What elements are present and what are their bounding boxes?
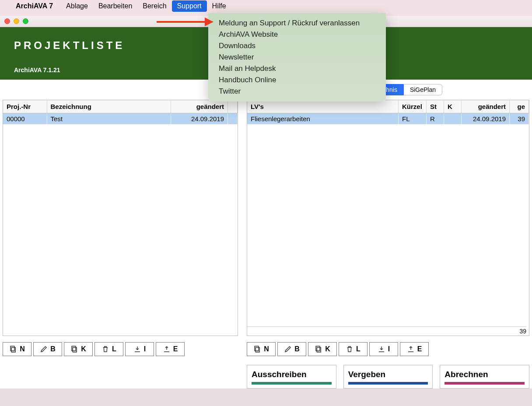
accent-bar xyxy=(348,382,428,385)
abrechnen-button[interactable]: Abrechnen xyxy=(440,365,529,388)
menu-bereich[interactable]: Bereich xyxy=(137,0,172,12)
projects-panel: Proj.-Nr Bezeichnung geändert 00000 Test… xyxy=(3,80,238,388)
edit-button[interactable]: B xyxy=(277,342,306,356)
col-geaendert[interactable]: geändert xyxy=(462,100,510,113)
dd-website[interactable]: ArchiAVA Website xyxy=(208,29,386,40)
lv-table-wrap: LV's Kürzel St K geändert ge Fliesenlege… xyxy=(247,100,529,336)
export-button[interactable]: E xyxy=(400,342,429,356)
svg-rect-4 xyxy=(73,347,77,352)
svg-rect-9 xyxy=(316,346,320,351)
accent-bar xyxy=(252,382,332,385)
export-button[interactable]: E xyxy=(156,342,185,356)
new-button[interactable]: N xyxy=(247,342,276,356)
menubar: ArchiAVA 7 Ablage Bearbeiten Bereich Sup… xyxy=(0,0,532,12)
ausschreiben-button[interactable]: Ausschreiben xyxy=(247,365,336,388)
col-ge[interactable]: ge xyxy=(510,100,529,113)
tab-sigeplan[interactable]: SiGePlan xyxy=(404,84,442,95)
svg-rect-2 xyxy=(11,347,15,352)
copy-button[interactable]: K xyxy=(308,342,337,356)
btn-label: E xyxy=(173,345,178,353)
svg-rect-7 xyxy=(255,346,259,351)
menu-hilfe[interactable]: Hilfe xyxy=(207,0,231,12)
download-icon xyxy=(133,345,141,353)
col-lvs[interactable]: LV's xyxy=(247,100,399,113)
lv-panel: Leistungsverzeichnis SiGePlan LV's Kürze… xyxy=(247,80,529,388)
edit-button[interactable]: B xyxy=(33,342,62,356)
projects-toolbar: N B K L I xyxy=(3,342,238,356)
col-bezeichnung[interactable]: Bezeichnung xyxy=(47,100,171,113)
dd-handbuch[interactable]: Handbuch Online xyxy=(208,74,386,86)
projects-table[interactable]: Proj.-Nr Bezeichnung geändert 00000 Test… xyxy=(3,100,238,124)
menu-support[interactable]: Support xyxy=(172,0,207,12)
window-maximize-button[interactable] xyxy=(23,18,28,24)
lv-table[interactable]: LV's Kürzel St K geändert ge Fliesenlege… xyxy=(247,100,529,124)
cell-geaendert: 24.09.2019 xyxy=(171,113,228,125)
delete-button[interactable]: L xyxy=(339,342,368,356)
window-minimize-button[interactable] xyxy=(14,18,19,24)
menu-bearbeiten[interactable]: Bearbeiten xyxy=(93,0,137,12)
cell-st: R xyxy=(427,113,444,125)
btn-label: K xyxy=(81,345,86,353)
row-count: 39 xyxy=(247,326,526,336)
btn-label: N xyxy=(20,345,25,353)
col-geaendert[interactable]: geändert xyxy=(171,100,228,113)
col-k[interactable]: K xyxy=(444,100,462,113)
copy-icon xyxy=(9,345,17,353)
svg-rect-5 xyxy=(72,346,76,351)
action-label: Vergeben xyxy=(348,370,386,379)
cell-k xyxy=(444,113,462,125)
col-projnr[interactable]: Proj.-Nr xyxy=(3,100,47,113)
svg-marker-1 xyxy=(205,18,214,26)
svg-rect-6 xyxy=(256,347,259,352)
cell-bezeichnung: Test xyxy=(47,113,171,125)
menu-ablage[interactable]: Ablage xyxy=(61,0,93,12)
projects-table-wrap: Proj.-Nr Bezeichnung geändert 00000 Test… xyxy=(3,100,238,336)
btn-label: E xyxy=(417,345,422,353)
duplicate-icon xyxy=(315,345,322,353)
btn-label: B xyxy=(294,345,300,353)
action-buttons: Ausschreiben Vergeben Abrechnen xyxy=(247,365,529,388)
accent-bar xyxy=(444,382,525,385)
btn-label: I xyxy=(144,345,146,353)
new-button[interactable]: N xyxy=(3,342,32,356)
pencil-icon xyxy=(40,345,48,353)
btn-label: I xyxy=(388,345,390,353)
btn-label: K xyxy=(325,345,330,353)
trash-icon xyxy=(346,345,354,353)
col-st[interactable]: St xyxy=(427,100,444,113)
app-version: ArchiAVA 7.1.21 xyxy=(14,66,60,74)
annotation-arrow-icon xyxy=(157,17,214,27)
svg-rect-3 xyxy=(10,346,14,351)
table-row[interactable]: 00000 Test 24.09.2019 xyxy=(3,113,238,125)
action-label: Ausschreiben xyxy=(252,370,307,379)
action-label: Abrechnen xyxy=(444,370,488,379)
dd-twitter[interactable]: Twitter xyxy=(208,86,386,97)
duplicate-icon xyxy=(70,345,78,353)
copy-icon xyxy=(253,345,261,353)
pencil-icon xyxy=(284,345,292,353)
btn-label: L xyxy=(356,345,360,353)
delete-button[interactable]: L xyxy=(94,342,123,356)
col-kuerzel[interactable]: Kürzel xyxy=(399,100,427,113)
cell-ge: 39 xyxy=(510,113,529,125)
app-name: ArchiAVA 7 xyxy=(16,2,53,10)
lv-toolbar: N B K L I xyxy=(247,342,529,356)
cell-lv: Fliesenlegerarbeiten xyxy=(247,113,399,125)
download-icon xyxy=(378,345,385,353)
btn-label: N xyxy=(264,345,269,353)
table-row[interactable]: Fliesenlegerarbeiten FL R 24.09.2019 39 xyxy=(247,113,529,125)
import-button[interactable]: I xyxy=(125,342,154,356)
dd-newsletter[interactable]: Newsletter xyxy=(208,52,386,63)
dd-mail[interactable]: Mail an Helpdesk xyxy=(208,63,386,74)
import-button[interactable]: I xyxy=(369,342,398,356)
window-close-button[interactable] xyxy=(4,18,10,24)
upload-icon xyxy=(407,345,415,353)
support-dropdown: Meldung an Support / Rückruf veranlassen… xyxy=(208,13,386,102)
btn-label: B xyxy=(50,345,56,353)
dd-meldung[interactable]: Meldung an Support / Rückruf veranlassen xyxy=(208,18,386,29)
cell-geaendert: 24.09.2019 xyxy=(462,113,510,125)
copy-button[interactable]: K xyxy=(64,342,93,356)
vergeben-button[interactable]: Vergeben xyxy=(343,365,433,388)
dd-downloads[interactable]: Downloads xyxy=(208,40,386,52)
upload-icon xyxy=(163,345,171,353)
